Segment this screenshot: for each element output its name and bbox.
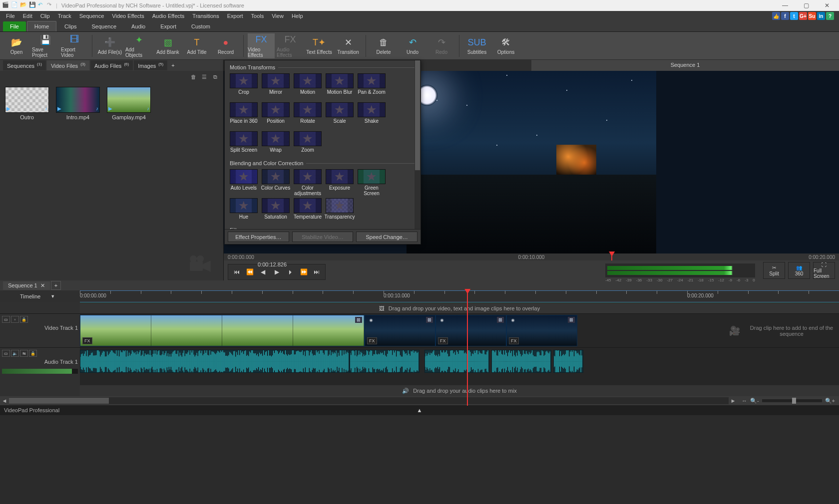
track-link-button[interactable]: ⇋ [20, 350, 28, 357]
facebook-icon[interactable]: f [781, 12, 789, 20]
fx-item-rotate[interactable]: ★Rotate [293, 102, 323, 129]
subtitles-button[interactable]: SUBSubtitles [463, 33, 490, 58]
bin-tab-audio-files[interactable]: Audio Files (6) [90, 60, 133, 70]
fx-item-motion[interactable]: ★Motion [293, 73, 323, 100]
fx-item-saturation[interactable]: ★Saturation [261, 198, 291, 225]
preview-mini-ruler[interactable]: 0:00:00.000 0:00:10.000 0:00:20.000 [224, 253, 839, 260]
video-clip[interactable]: FX⊠ [506, 315, 577, 346]
fx-item-temperature[interactable]: ★Temperature [293, 198, 323, 225]
transport-button[interactable]: ◀ [257, 266, 268, 277]
ribbon-tab-sequence[interactable]: Sequence [85, 21, 124, 31]
bin-detach-icon[interactable]: ⧉ [211, 73, 219, 81]
split-button[interactable]: ✂Split [763, 262, 785, 279]
open-icon[interactable]: 📂 [20, 1, 28, 9]
undo-icon[interactable]: ↶ [38, 1, 46, 9]
ribbon-tab-home[interactable]: Home [27, 21, 56, 31]
fx-item-shake[interactable]: ★Shake [357, 102, 387, 129]
audio-clip[interactable]: FX🔈 [424, 350, 489, 373]
track-collapse-button[interactable]: ▭ [2, 316, 10, 323]
menu-view[interactable]: View [268, 12, 288, 20]
zoom-in-icon[interactable]: 🔍+ [825, 398, 835, 404]
minimize-button[interactable]: — [775, 0, 795, 10]
menu-track[interactable]: Track [54, 12, 75, 20]
audio-clip[interactable]: FX🔈 [80, 350, 350, 373]
sequence-tab[interactable]: Sequence 1✕ [3, 281, 50, 290]
fx-item-split-screen[interactable]: ★Split Screen [229, 131, 259, 158]
save-project-button[interactable]: 💾Save Project [32, 33, 59, 58]
record-button[interactable]: ●Record [212, 33, 239, 58]
ribbon-tab-file[interactable]: File [3, 21, 26, 31]
fx-item-zoom[interactable]: ★Zoom [293, 131, 323, 158]
timeline-ruler[interactable]: 0:00:00.0000:00:10.0000:00:20.000 [80, 290, 839, 302]
video-clip[interactable]: FX⊠ [80, 315, 365, 346]
zoom-fit-icon[interactable]: ↔ [742, 398, 747, 404]
transport-button[interactable]: ⏪ [244, 266, 255, 277]
menu-help[interactable]: Help [288, 12, 307, 20]
transport-button[interactable]: ⏮ [231, 266, 242, 277]
audio-mix-hint[interactable]: 🔊 Drag and drop your audio clips here to… [80, 385, 839, 396]
drag-end-hint[interactable]: 🎥 Drag clip here to add to end of the se… [729, 314, 839, 347]
fx-item-exposure[interactable]: ★Exposure [325, 169, 355, 196]
add-blank-button[interactable]: ▧Add Blank [154, 33, 181, 58]
close-button[interactable]: ✕ [817, 0, 837, 10]
fullscreen-button[interactable]: ⛶Full Screen [813, 262, 835, 279]
timeline-mode-label[interactable]: Timeline [20, 293, 40, 299]
fx-item-color-curves[interactable]: ★Color Curves [261, 169, 291, 196]
track-collapse-button[interactable]: ▭ [2, 350, 10, 357]
new-icon[interactable]: 📄 [11, 1, 19, 9]
close-icon[interactable]: ✕ [40, 282, 45, 289]
save-icon[interactable]: 💾 [29, 1, 37, 9]
track-volume-slider[interactable] [2, 369, 78, 374]
fx-footer-button[interactable]: Effect Properties… [228, 232, 289, 242]
add-objects-button[interactable]: ✦Add Objects [125, 33, 152, 58]
video-effects-button[interactable]: FXVideo Effects [248, 33, 275, 58]
zoom-out-icon[interactable]: 🔍- [750, 398, 759, 404]
menu-transitions[interactable]: Transitions [188, 12, 223, 20]
track-lock-button[interactable]: 🔒 [20, 316, 28, 323]
timeline-scrollbar[interactable]: ◄ ► ↔ 🔍- 🔍+ [0, 396, 839, 405]
delete-button[interactable]: 🗑Delete [370, 33, 397, 58]
twitter-icon[interactable]: t [790, 12, 798, 20]
clip-transition-icon[interactable]: ⊠ [497, 317, 504, 323]
ribbon-tab-clips[interactable]: Clips [57, 21, 83, 31]
google-icon[interactable]: G+ [799, 12, 807, 20]
transport-button[interactable]: ⏭ [311, 266, 322, 277]
transport-button[interactable]: ⏩ [298, 266, 309, 277]
menu-file[interactable]: File [2, 12, 19, 20]
menu-edit[interactable]: Edit [19, 12, 36, 20]
fx-item-scale[interactable]: ★Scale [325, 102, 355, 129]
bin-list-icon[interactable]: ☰ [200, 73, 208, 81]
options-button[interactable]: 🛠Options [492, 33, 519, 58]
clip-transition-icon[interactable]: ⊠ [426, 317, 433, 323]
bin-tab-video-files[interactable]: Video Files (3) [47, 60, 89, 70]
track-lock-button[interactable]: 🔒 [29, 350, 37, 357]
linkedin-icon[interactable]: in [817, 12, 825, 20]
fx-item-place-in-360[interactable]: ★Place in 360 [229, 102, 259, 129]
ribbon-tab-export[interactable]: Export [153, 21, 183, 31]
360-button[interactable]: 👥360 [788, 262, 810, 279]
undo-button[interactable]: ↶Undo [399, 33, 426, 58]
fx-item-transparency[interactable]: ★Transparency [325, 198, 355, 225]
add-sequence-button[interactable]: + [51, 281, 61, 290]
video-track-body[interactable]: FX⊠FX⊠FX⊠FX⊠ 🎥 Drag clip here to add to … [80, 314, 839, 347]
fx-item-wrap[interactable]: ★Wrap [261, 131, 291, 158]
chevron-down-icon[interactable]: ▼ [50, 294, 55, 299]
bin-delete-icon[interactable]: 🗑 [189, 73, 197, 81]
fx-footer-button[interactable]: Speed Change… [356, 232, 418, 242]
clip-fx-badge[interactable]: FX [367, 337, 377, 344]
ribbon-tab-custom[interactable]: Custom [184, 21, 217, 31]
audio-clip[interactable]: FX🔈 [350, 350, 420, 373]
fx-item-pan-zoom[interactable]: ★Pan & Zoom [357, 73, 387, 100]
clip-item[interactable]: ▶♪Intro.mp4 [55, 87, 101, 120]
menu-export[interactable]: Export [223, 12, 247, 20]
scroll-thumb[interactable] [9, 398, 109, 404]
bin-tab-sequences[interactable]: Sequences (1) [3, 60, 46, 70]
bin-body[interactable]: ▶♪Outro▶♪Intro.mp4▶♪Gamplay.mp4 [0, 83, 223, 280]
scroll-right-icon[interactable]: ► [729, 398, 738, 404]
scroll-left-icon[interactable]: ◄ [0, 398, 9, 404]
fx-item-color-adjustments[interactable]: ★Color adjustments [293, 169, 323, 196]
help-icon[interactable]: ? [826, 12, 834, 20]
menu-clip[interactable]: Clip [36, 12, 54, 20]
like-icon[interactable]: 👍 [772, 12, 780, 20]
menu-tools[interactable]: Tools [247, 12, 268, 20]
